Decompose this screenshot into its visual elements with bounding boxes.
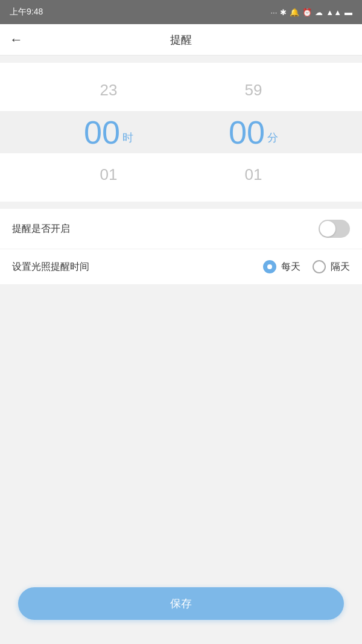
- minute-above: 59: [181, 69, 326, 111]
- wifi-icon: ☁: [315, 8, 323, 17]
- bluetooth-icon: ✱: [280, 8, 287, 17]
- signal-icon: ▲▲: [326, 8, 341, 17]
- schedule-label: 设置光照提醒时间: [12, 261, 89, 273]
- schedule-row: 设置光照提醒时间 每天 隔天: [0, 249, 362, 285]
- save-button[interactable]: 保存: [18, 587, 344, 620]
- save-container: 保存: [0, 575, 362, 644]
- hour-current: 00 时: [36, 111, 181, 153]
- reminder-toggle-row: 提醒是否开启: [0, 209, 362, 249]
- settings-section: 提醒是否开启 设置光照提醒时间 每天 隔天: [0, 209, 362, 285]
- time-picker: 23 00 时 01 59 00 分 01: [0, 63, 362, 202]
- alarm-icon: ⏰: [302, 8, 312, 17]
- header: ← 提醒: [0, 24, 362, 56]
- minute-current: 00 分: [181, 111, 326, 153]
- hour-unit: 时: [122, 130, 133, 145]
- status-bar: 上午9:48 ··· ✱ 🔔 ⏰ ☁ ▲▲ ▬: [0, 0, 362, 24]
- hour-below: 01: [36, 153, 181, 196]
- signal-dots-icon: ···: [270, 8, 277, 17]
- status-time: 上午9:48: [10, 7, 43, 18]
- sound-icon: 🔔: [290, 8, 299, 17]
- time-picker-container: 23 00 时 01 59 00 分 01: [0, 69, 362, 196]
- minute-unit: 分: [267, 130, 278, 145]
- radio-alternate-circle: [313, 260, 326, 273]
- spacer: [0, 285, 362, 575]
- radio-daily-circle: [263, 260, 276, 273]
- hour-column[interactable]: 23 00 时 01: [36, 69, 181, 196]
- radio-alternate[interactable]: 隔天: [313, 260, 350, 273]
- reminder-toggle[interactable]: [319, 220, 350, 238]
- radio-daily-label: 每天: [281, 261, 300, 273]
- minute-below: 01: [181, 153, 326, 196]
- status-icons: ··· ✱ 🔔 ⏰ ☁ ▲▲ ▬: [270, 8, 352, 17]
- minute-column[interactable]: 59 00 分 01: [181, 69, 326, 196]
- radio-alternate-label: 隔天: [331, 261, 350, 273]
- page-title: 提醒: [170, 33, 192, 47]
- hour-above: 23: [36, 69, 181, 111]
- battery-icon: ▬: [345, 8, 352, 17]
- schedule-radio-group: 每天 隔天: [263, 260, 350, 273]
- radio-daily[interactable]: 每天: [263, 260, 300, 273]
- back-button[interactable]: ←: [10, 32, 23, 48]
- reminder-toggle-label: 提醒是否开启: [12, 223, 70, 235]
